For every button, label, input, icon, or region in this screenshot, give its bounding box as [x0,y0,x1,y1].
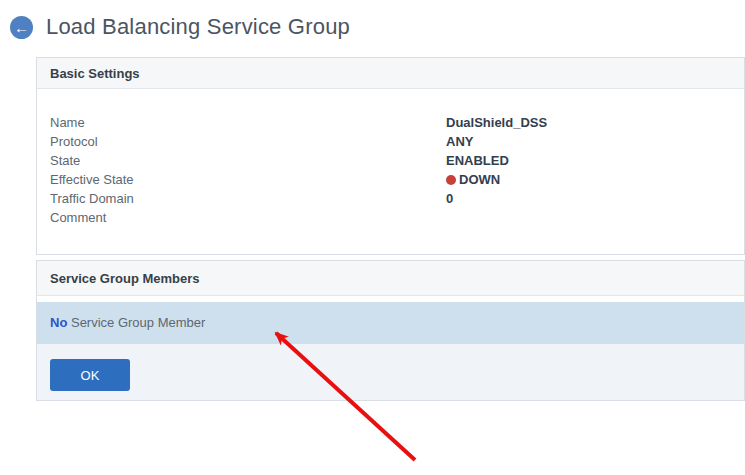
page-header: ← Load Balancing Service Group [10,14,350,40]
basic-settings-title: Basic Settings [50,66,140,81]
back-button[interactable]: ← [10,16,33,39]
service-group-members-header[interactable]: Service Group Members [37,261,744,296]
no-service-group-member-row[interactable]: No Service Group Member [37,302,744,344]
service-group-members-title: Service Group Members [50,271,200,286]
field-row-name: Name DualShield_DSS [50,113,730,132]
basic-settings-header[interactable]: Basic Settings [37,58,744,89]
field-label: Traffic Domain [50,189,446,208]
status-down-dot-icon [446,175,456,185]
field-value: 0 [446,189,453,208]
page-title: Load Balancing Service Group [46,14,350,40]
field-label: State [50,151,446,170]
field-label: Effective State [50,170,446,189]
basic-settings-body: Name DualShield_DSS Protocol ANY State E… [37,89,744,254]
arrow-left-icon: ← [14,20,29,35]
field-value: DualShield_DSS [446,113,547,132]
service-group-members-panel: Service Group Members No Service Group M… [36,260,745,401]
field-value: ANY [446,132,473,151]
effective-state-value: DOWN [459,170,500,189]
panel-footer: OK [37,344,744,400]
field-label: Protocol [50,132,446,151]
field-row-effective-state: Effective State DOWN [50,170,730,189]
service-group-members-body: No Service Group Member OK [37,296,744,400]
no-members-prefix: No [50,315,67,330]
field-value: ENABLED [446,151,509,170]
field-row-state: State ENABLED [50,151,730,170]
field-label: Name [50,113,446,132]
no-members-text: Service Group Member [67,315,205,330]
field-row-protocol: Protocol ANY [50,132,730,151]
field-value: DOWN [446,170,500,189]
field-label: Comment [50,208,446,227]
ok-button[interactable]: OK [50,359,130,391]
basic-settings-panel: Basic Settings Name DualShield_DSS Proto… [36,57,745,255]
load-balancing-service-group-page: ← Load Balancing Service Group Basic Set… [0,0,745,475]
field-row-traffic-domain: Traffic Domain 0 [50,189,730,208]
field-row-comment: Comment [50,208,730,227]
content-area: Basic Settings Name DualShield_DSS Proto… [36,57,745,401]
